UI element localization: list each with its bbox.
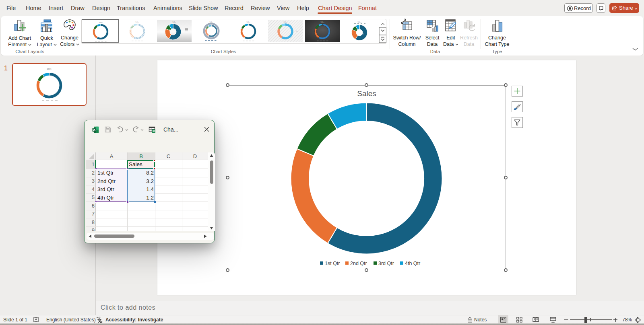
svg-text:8.2: 8.2 [361,33,363,35]
svg-text:3.2: 3.2 [355,29,357,31]
svg-text:Sales: Sales [210,21,213,23]
svg-text:Sales: Sales [247,21,250,23]
svg-text:Sales: Sales [173,21,176,23]
svg-text:Sales: Sales [99,22,103,23]
svg-text:Sales: Sales [47,68,52,70]
svg-text:Sales: Sales [358,21,361,23]
svg-text:Sales: Sales [321,21,324,23]
svg-text:Sales: Sales [284,21,287,23]
svg-text:Sales: Sales [136,21,139,23]
